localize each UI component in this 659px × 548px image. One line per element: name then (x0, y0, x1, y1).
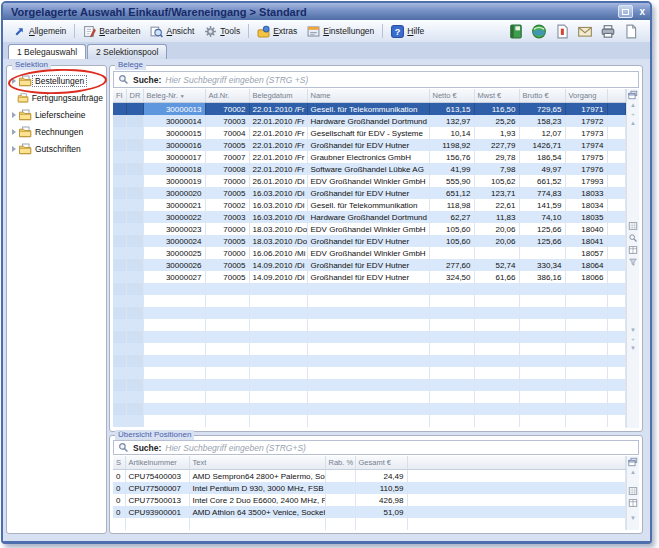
table-cell: 22.01.2010 /Fr (249, 115, 307, 127)
table-cell: CPU77500007 (125, 482, 189, 494)
empty-cell (249, 379, 307, 391)
plus-icon[interactable]: + (631, 335, 635, 344)
column-chooser-icon[interactable] (628, 457, 638, 467)
table-row[interactable]: 300000177000722.01.2010 /FrGraubner Elec… (113, 151, 626, 163)
column-header-text[interactable]: Text (189, 456, 325, 470)
filter-icon[interactable] (628, 257, 638, 267)
svg-text:?: ? (395, 26, 401, 36)
column-header-mwst[interactable]: Mwst € (474, 89, 519, 103)
table-row[interactable]: 0CPU77500007Intel Pentium D 930, 3000 MH… (113, 482, 626, 494)
plus-icon[interactable]: + (631, 110, 635, 119)
up-arrow-icon[interactable]: ▲ (630, 119, 636, 128)
table-row[interactable]: 300000257000016.06.2010 /MiEDV Großhande… (113, 247, 626, 259)
column-header-netto[interactable]: Netto € (429, 89, 474, 103)
sidebar-item-rechnungen[interactable]: Rechnungen (7, 123, 106, 140)
up-arrow-icon[interactable]: ▲ (630, 101, 636, 110)
table-row[interactable]: 300000147000322.01.2010 /FrHardware Groß… (113, 115, 626, 127)
down-arrow-icon[interactable]: ▼ (630, 326, 636, 335)
table-cell: 70005 (205, 235, 249, 247)
empty-row (113, 367, 626, 379)
sidebar-item-gutschriften[interactable]: Gutschriften (7, 140, 106, 157)
menu-item-bearbeiten[interactable]: Bearbeiten (78, 23, 145, 40)
column-header-brutto[interactable]: Brutto € (519, 89, 565, 103)
titlebar[interactable]: Vorgelagerte Auswahl Einkauf/Wareneingan… (3, 3, 650, 20)
menu-item-ansicht[interactable]: Ansicht (145, 23, 199, 40)
tab-2-selektionspool[interactable]: 2 Selektionspool (87, 44, 167, 59)
column-header-name[interactable]: Name (307, 89, 429, 103)
belege-search-input[interactable]: Suche: Hier Suchbegriff eingeben (STRG +… (113, 71, 639, 88)
column-header-filler (607, 89, 626, 103)
table-row[interactable]: 300000267000514.09.2010 /DiGroßhandel fü… (113, 259, 626, 271)
column-header-belegdatum[interactable]: Belegdatum (249, 89, 307, 103)
table-cell (113, 259, 126, 271)
table-row[interactable]: 300000277000514.09.2010 /DiGroßhandel fü… (113, 271, 626, 283)
table-cell: 18041 (565, 235, 607, 247)
table-row[interactable]: 300000227000316.03.2010 /DiHardware Groß… (113, 211, 626, 223)
report-icon[interactable] (554, 24, 570, 39)
menu-item-tools[interactable]: Tools (199, 23, 245, 40)
sidebar-item-bestellungen[interactable]: Bestellungen (7, 72, 106, 89)
column-header-s[interactable]: S (113, 456, 125, 470)
column-header-adnr[interactable]: Ad.Nr. (205, 89, 249, 103)
sidebar-item-fertigungsaufträge[interactable]: Fertigungsaufträge (7, 89, 106, 106)
expand-arrow-icon[interactable] (10, 146, 18, 152)
column-header-vorgang[interactable]: Vorgang (565, 89, 607, 103)
column-header-gesamt[interactable]: Gesamt € (355, 456, 407, 470)
column-chooser-icon[interactable] (628, 90, 638, 100)
menu-item-hilfe[interactable]: ?Hilfe (386, 23, 429, 40)
table-cell: 12,07 (519, 127, 565, 139)
column-header-dr[interactable]: DR (126, 89, 143, 103)
column-header-belegnr[interactable]: Beleg-Nr.▼ (143, 89, 205, 103)
menu-item-extras[interactable]: Extras (252, 23, 302, 40)
table-cell (325, 506, 355, 518)
table-cell: 70005 (205, 259, 249, 271)
mail-icon[interactable] (577, 24, 593, 39)
up-arrow-icon[interactable]: ▲ (630, 468, 636, 477)
column-header-artikelnummer[interactable]: Artikelnummer (125, 456, 189, 470)
table-row[interactable]: 300000217000216.03.2010 /DiGesell. für T… (113, 199, 626, 211)
tab-1-belegauswahl[interactable]: 1 Belegauswahl (8, 44, 86, 59)
layout-icon[interactable] (628, 245, 638, 255)
table-row[interactable]: 0CPU75400003AMD Sempron64 2800+ Palermo,… (113, 470, 626, 483)
globe-icon[interactable] (531, 24, 547, 39)
table-row[interactable]: 300000207000516.03.2010 /DiGroßhandel fü… (113, 187, 626, 199)
table-cell: 30000015 (143, 127, 205, 139)
magnifier-icon[interactable] (628, 233, 638, 243)
arrow-ne-icon (13, 25, 26, 38)
table-row[interactable]: 0CPU93900001AMD Athlon 64 3500+ Venice, … (113, 506, 626, 518)
table-row[interactable]: 300000197000026.01.2010 /DiEDV Großhande… (113, 175, 626, 187)
close-button[interactable]: x (639, 6, 645, 17)
table-row[interactable]: 0CPU77500013Intel Core 2 Duo E6600, 2400… (113, 494, 626, 506)
empty-cell (307, 319, 429, 331)
menu-item-allgemein[interactable]: Allgemein (8, 23, 71, 40)
empty-cell (143, 307, 205, 319)
positionen-search-input[interactable]: Suche: Hier Suchbegriff eingeben (STRG+S… (113, 440, 639, 455)
expand-arrow-icon[interactable] (10, 78, 18, 84)
empty-cell (249, 307, 307, 319)
table-row[interactable]: 300000237000018.03.2010 /DoEDV Großhande… (113, 223, 626, 235)
expand-arrow-icon[interactable] (10, 112, 18, 118)
column-header-rab[interactable]: Rab. % (325, 456, 355, 470)
down-arrow-icon[interactable]: ▼ (630, 344, 636, 353)
grid-icon[interactable] (628, 486, 638, 496)
layout-icon[interactable] (628, 498, 638, 508)
table-cell: Hardware Großhandel Dortmund (307, 115, 429, 127)
page-icon[interactable] (623, 24, 639, 39)
printer-icon[interactable] (600, 24, 616, 39)
empty-cell (565, 367, 607, 379)
expand-arrow-icon[interactable] (10, 129, 18, 135)
menu-item-einstellungen[interactable]: Einstellungen (302, 23, 379, 40)
grid-icon[interactable] (628, 221, 638, 231)
table-row[interactable]: 300000247000518.03.2010 /DoGroßhandel fü… (113, 235, 626, 247)
book-icon[interactable] (508, 24, 524, 39)
table-row[interactable]: 300000187000822.01.2010 /FrSoftware Groß… (113, 163, 626, 175)
table-row[interactable]: 300000167000522.01.2010 /FrGroßhandel fü… (113, 139, 626, 151)
sidebar-item-lieferscheine[interactable]: Lieferscheine (7, 106, 106, 123)
table-row[interactable]: 300000137000222.01.2010 /FrGesell. für T… (113, 103, 626, 116)
folder-icon (18, 109, 32, 121)
column-header-fi[interactable]: FI (113, 89, 126, 103)
restore-button[interactable] (618, 5, 633, 18)
table-cell: 22.01.2010 /Fr (249, 103, 307, 116)
table-row[interactable]: 300000157000422.01.2010 /FrGesellschaft … (113, 127, 626, 139)
down-arrow-icon[interactable]: ▼ (630, 514, 636, 523)
